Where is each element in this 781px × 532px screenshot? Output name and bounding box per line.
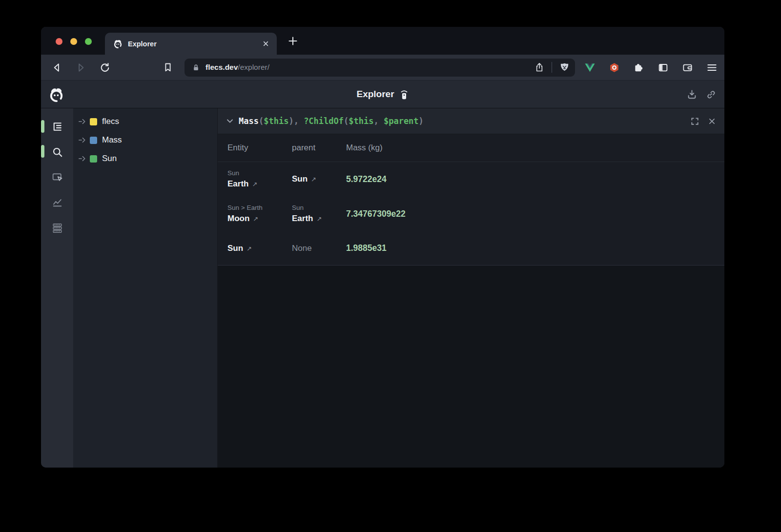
query-punct: ) <box>419 116 424 126</box>
mass-value: 1.9885e31 <box>346 243 724 253</box>
expand-arrow-icon[interactable] <box>78 155 86 163</box>
parent-link[interactable]: Sun <box>292 174 308 184</box>
query-term: ?ChildOf <box>304 116 344 126</box>
parent-cell: Sun↗ <box>292 174 346 184</box>
search-query-icon[interactable] <box>51 145 63 158</box>
external-link-icon[interactable]: ↗ <box>253 215 258 223</box>
tree-item-label: flecs <box>102 117 119 126</box>
entity-cell: Sun > Earth Moon↗ <box>227 204 292 224</box>
mass-cell: 5.9722e24 <box>346 174 724 184</box>
table-row: Sun > Earth Moon↗ Sun Earth↗ 7.34767309e… <box>218 196 724 231</box>
column-header-mass: Mass (kg) <box>346 143 724 153</box>
table-row: Sun↗ None 1.9885e31 <box>218 231 724 265</box>
query-results-table: Entity parent Mass (kg) Sun Earth↗ Sun↗ … <box>218 134 724 266</box>
vue-devtools-icon[interactable] <box>584 61 596 73</box>
query-punct: , <box>373 116 383 126</box>
entity-color-swatch <box>90 155 97 163</box>
browser-window: Explorer <box>41 27 724 468</box>
reload-button[interactable] <box>99 61 110 73</box>
browser-toolbar: flecs.dev/explorer/ <box>41 55 724 81</box>
mass-cell: 7.34767309e22 <box>346 209 724 219</box>
query-punct: , <box>294 116 304 126</box>
close-query-icon[interactable] <box>706 116 717 126</box>
profiler-rows-icon[interactable] <box>51 222 63 234</box>
url-path: /explorer/ <box>238 63 269 71</box>
collapse-chevron-icon[interactable] <box>226 117 234 125</box>
back-button[interactable] <box>51 61 62 73</box>
app-title-group: Explorer <box>356 81 409 108</box>
tree-item-flecs[interactable]: flecs <box>73 112 217 131</box>
tab-title: Explorer <box>128 40 262 48</box>
url-bar[interactable]: flecs.dev/explorer/ <box>185 59 575 77</box>
expand-arrow-icon[interactable] <box>78 136 86 144</box>
tree-item-sun[interactable]: Sun <box>73 149 217 168</box>
query-var: $parent <box>384 116 419 126</box>
table-row: Sun Earth↗ Sun↗ 5.9722e24 <box>218 162 724 196</box>
traffic-lights <box>56 38 92 45</box>
mass-value: 7.34767309e22 <box>346 209 724 219</box>
tree-item-label: Mass <box>102 135 122 145</box>
menu-icon[interactable] <box>706 61 718 73</box>
fullscreen-icon[interactable] <box>689 116 700 126</box>
tab-close-icon[interactable] <box>262 40 270 48</box>
link-icon[interactable] <box>705 89 717 100</box>
active-indicator-query <box>41 145 44 158</box>
parent-link[interactable]: Earth <box>292 213 313 224</box>
parent-none: None <box>292 244 346 253</box>
external-link-icon[interactable]: ↗ <box>247 245 252 252</box>
mass-value: 5.9722e24 <box>346 174 724 184</box>
close-window-button[interactable] <box>56 38 62 45</box>
tree-item-mass[interactable]: Mass <box>73 131 217 149</box>
parent-path: Sun <box>292 204 346 212</box>
query-expression[interactable]: Mass($this), ?ChildOf($this, $parent) <box>239 116 689 126</box>
query-panel: Mass($this), ?ChildOf($this, $parent) En… <box>217 108 724 468</box>
app-title: Explorer <box>356 89 394 100</box>
hexagon-extension-icon[interactable] <box>608 61 620 73</box>
query-punct: ) <box>288 116 293 126</box>
wallet-icon[interactable] <box>681 61 693 73</box>
share-icon[interactable] <box>534 62 545 73</box>
entity-color-swatch <box>90 118 97 125</box>
entity-link[interactable]: Earth <box>227 179 248 189</box>
remote-connection-icon[interactable] <box>400 88 409 100</box>
brave-shield-icon[interactable] <box>559 62 570 73</box>
extensions-row <box>584 61 718 73</box>
mass-cell: 1.9885e31 <box>346 243 724 253</box>
stats-chart-icon[interactable] <box>51 196 63 209</box>
forward-button[interactable] <box>75 61 86 73</box>
entity-path: Sun > Earth <box>227 204 292 212</box>
parent-cell: None <box>292 244 346 253</box>
flecs-logo-icon[interactable] <box>48 86 65 103</box>
url-domain: flecs.dev <box>206 63 238 71</box>
external-link-icon[interactable]: ↗ <box>311 176 316 183</box>
flecs-favicon-icon <box>113 39 123 49</box>
download-icon[interactable] <box>686 89 698 100</box>
entity-link[interactable]: Sun <box>227 243 243 254</box>
sidebar-panel-icon[interactable] <box>657 61 669 73</box>
extensions-puzzle-icon[interactable] <box>633 61 644 73</box>
query-punct: ( <box>344 116 349 126</box>
entity-path: Sun <box>227 169 292 177</box>
query-term: Mass <box>239 116 259 126</box>
maximize-window-button[interactable] <box>85 38 92 45</box>
divider <box>552 62 553 73</box>
external-link-icon[interactable]: ↗ <box>316 215 322 223</box>
column-header-entity: Entity <box>227 143 292 153</box>
inspector-icon[interactable] <box>51 171 63 184</box>
app-content: flecs Mass Sun <box>41 108 724 468</box>
lock-icon <box>191 63 201 72</box>
external-link-icon[interactable]: ↗ <box>252 181 257 188</box>
minimize-window-button[interactable] <box>70 38 77 45</box>
tab-bar: Explorer <box>41 27 724 55</box>
query-var: $this <box>349 116 373 126</box>
entity-color-swatch <box>90 137 97 144</box>
new-tab-button[interactable] <box>287 35 299 47</box>
tree-view-icon[interactable] <box>51 120 63 133</box>
browser-tab[interactable]: Explorer <box>105 33 277 55</box>
bookmark-icon[interactable] <box>162 61 174 73</box>
table-header: Entity parent Mass (kg) <box>218 134 724 162</box>
query-bar: Mass($this), ?ChildOf($this, $parent) <box>218 108 724 134</box>
entity-link[interactable]: Moon <box>227 213 249 224</box>
query-var: $this <box>264 116 288 126</box>
expand-arrow-icon[interactable] <box>78 118 86 125</box>
